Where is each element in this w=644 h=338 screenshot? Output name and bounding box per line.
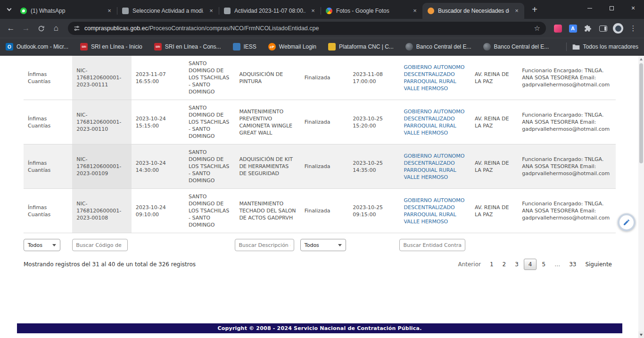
- cell-dir: AV. REINA DE LA PAZ: [471, 144, 518, 189]
- browser-tab[interactable]: Actividad 2023-11-07 08:00...×: [219, 3, 321, 19]
- cell-estado: Finalizada: [300, 189, 348, 233]
- pagination-page-5[interactable]: 5: [538, 259, 549, 270]
- table-row: Ínfimas CuantíasNIC-1768120600001-2023-0…: [24, 144, 616, 189]
- all-bookmarks-label: Todos los marcadores: [583, 43, 638, 50]
- browser-toolbar: ← → ⌂ compraspublicas.gob.ec/ProcesoCont…: [0, 19, 644, 38]
- entity-link[interactable]: GOBIERNO AUTONOMO DESCENTRALIZADO PARROQ…: [404, 64, 464, 92]
- entity-link[interactable]: GOBIERNO AUTONOMO DESCENTRALIZADO PARROQ…: [404, 153, 464, 180]
- records-info: Mostrando registros del 31 al 40 de un t…: [24, 261, 196, 268]
- forward-button[interactable]: →: [19, 21, 33, 35]
- extension-button-pink[interactable]: [551, 21, 565, 35]
- floating-assistant-widget[interactable]: [618, 213, 636, 231]
- new-tab-button[interactable]: +: [528, 3, 541, 16]
- bookmarks-bar: OOutlook.com - Micr...SRISRI en Línea - …: [0, 38, 644, 56]
- scrollbar-up-button[interactable]: [638, 56, 644, 62]
- home-button[interactable]: ⌂: [49, 21, 63, 35]
- url-domain: compraspublicas.gob.ec: [84, 25, 148, 32]
- cell-fecha1: 2023-10-24 09:10:00: [132, 189, 184, 233]
- cell-ent: GOBIERNO AUTONOMO DESCENTRALIZADO PARROQ…: [399, 144, 470, 189]
- bookmark-item[interactable]: SRISRI en Línea - Cons...: [154, 43, 221, 51]
- edit-pencil-icon: [619, 215, 634, 229]
- sercop-favicon: [428, 8, 434, 14]
- cell-ent: GOBIERNO AUTONOMO DESCENTRALIZADO PARROQ…: [399, 100, 470, 144]
- photos-favicon: [326, 8, 332, 14]
- bookmark-item[interactable]: IESS: [233, 43, 256, 51]
- tab-close-button[interactable]: ×: [309, 7, 317, 15]
- bookmark-items: OOutlook.com - Micr...SRISRI en Línea - …: [6, 43, 549, 51]
- maximize-button[interactable]: [601, 0, 622, 16]
- tab-strip: (1) WhatsApp×Seleccione Actividad a modi…: [0, 0, 644, 19]
- minimize-button[interactable]: [579, 0, 601, 16]
- status-filter-select[interactable]: Todos: [300, 239, 346, 251]
- tab-close-button[interactable]: ×: [106, 7, 113, 15]
- extensions-button[interactable]: [581, 21, 595, 35]
- cell-ubic: SANTO DOMINGO DE LOS TSACHILAS - SANTO D…: [184, 100, 235, 144]
- bookmark-item[interactable]: SRISRI en Línea - Inicio: [80, 43, 142, 51]
- scrollbar-thumb[interactable]: [639, 63, 643, 163]
- entity-filter-input[interactable]: [399, 239, 465, 251]
- cell-ubic: SANTO DOMINGO DE LOS TSACHILAS - SANTO D…: [184, 56, 235, 100]
- pagination-page-4[interactable]: 4: [524, 259, 537, 270]
- bookmark-label: SRI en Línea - Cons...: [165, 43, 221, 50]
- bce-icon: [405, 43, 413, 51]
- code-filter-input[interactable]: [72, 239, 128, 251]
- tab-close-button[interactable]: ×: [513, 7, 520, 15]
- whatsapp-favicon: [20, 8, 27, 14]
- type-filter-value: Todos: [28, 242, 42, 248]
- bookmark-item[interactable]: Banco Central del E...: [405, 43, 471, 51]
- bookmark-label: Outlook.com - Micr...: [17, 43, 68, 50]
- cell-tipo: Ínfimas Cuantías: [24, 144, 72, 189]
- cell-dir: AV. REINA DE LA PAZ: [471, 56, 518, 100]
- tab-title: Buscador de Necesidades de...: [438, 8, 509, 14]
- bookmark-item[interactable]: OOutlook.com - Micr...: [6, 43, 68, 51]
- profile-button[interactable]: [611, 21, 625, 35]
- cell-dir: AV. REINA DE LA PAZ: [471, 189, 518, 233]
- browser-tab[interactable]: (1) WhatsApp×: [15, 3, 117, 19]
- cell-codigo: NIC-1768120600001-2023-00110: [72, 100, 131, 144]
- browser-tab[interactable]: Buscador de Necesidades de...×: [422, 3, 524, 19]
- pagination-page-3[interactable]: 3: [511, 259, 522, 270]
- bce-icon: [483, 43, 491, 51]
- table-row: Ínfimas CuantíasNIC-1768120600001-2023-0…: [24, 56, 616, 100]
- browser-tab[interactable]: Seleccione Actividad a modi...×: [117, 3, 219, 19]
- extension-icon: [554, 25, 562, 33]
- pagination-page-2[interactable]: 2: [499, 259, 510, 270]
- bookmark-star-icon[interactable]: ☆: [534, 24, 540, 33]
- tab-close-button[interactable]: ×: [207, 7, 215, 15]
- scrollbar-down-button[interactable]: [638, 331, 644, 338]
- close-window-button[interactable]: ×: [622, 0, 644, 16]
- type-filter-select[interactable]: Todos: [24, 239, 60, 251]
- reload-button[interactable]: [34, 21, 48, 35]
- pagination-page-33[interactable]: 33: [565, 259, 580, 270]
- pagination-previous[interactable]: Anterior: [454, 259, 484, 270]
- tab-search-button[interactable]: [3, 3, 15, 16]
- chevron-down-icon: [338, 244, 342, 246]
- side-panel-button[interactable]: [596, 21, 610, 35]
- bookmark-item[interactable]: cPWebmail Login: [268, 43, 316, 51]
- scrollbar[interactable]: [638, 56, 644, 338]
- cell-desc: ADQUISICIÓN DE KIT DE HERRAMIENTAS DE SE…: [235, 144, 300, 189]
- cell-desc: ADQUISICIÓN DE PINTURA: [235, 56, 300, 100]
- description-filter-input[interactable]: [235, 239, 294, 251]
- pagination-page-1[interactable]: 1: [486, 259, 497, 270]
- translate-button[interactable]: A: [566, 21, 580, 35]
- pagination-next[interactable]: Siguiente: [581, 259, 616, 270]
- folder-icon: [572, 43, 580, 50]
- table-row: Ínfimas CuantíasNIC-1768120600001-2023-0…: [24, 189, 616, 233]
- side-panel-icon: [599, 25, 607, 32]
- bookmark-item[interactable]: Plataforma CNC | C...: [328, 43, 394, 51]
- cpanel-icon: cP: [268, 43, 276, 51]
- tab-close-button[interactable]: ×: [411, 7, 419, 15]
- entity-link[interactable]: GOBIERNO AUTONOMO DESCENTRALIZADO PARROQ…: [404, 197, 464, 225]
- cell-fecha2: 2023-10-25 15:20:00: [348, 100, 399, 144]
- bookmark-item[interactable]: Banco Central del E...: [483, 43, 549, 51]
- browser-menu-button[interactable]: ⋮: [626, 21, 640, 35]
- window-controls: ×: [579, 0, 644, 16]
- back-button[interactable]: ←: [4, 21, 18, 35]
- browser-tab[interactable]: Fotos - Google Fotos×: [321, 3, 422, 19]
- cell-tipo: Ínfimas Cuantías: [24, 189, 72, 233]
- address-bar[interactable]: compraspublicas.gob.ec/ProcesoContrataci…: [68, 22, 546, 35]
- cell-tipo: Ínfimas Cuantías: [24, 100, 72, 144]
- all-bookmarks-button[interactable]: Todos los marcadores: [572, 43, 638, 50]
- entity-link[interactable]: GOBIERNO AUTONOMO DESCENTRALIZADO PARROQ…: [404, 109, 464, 136]
